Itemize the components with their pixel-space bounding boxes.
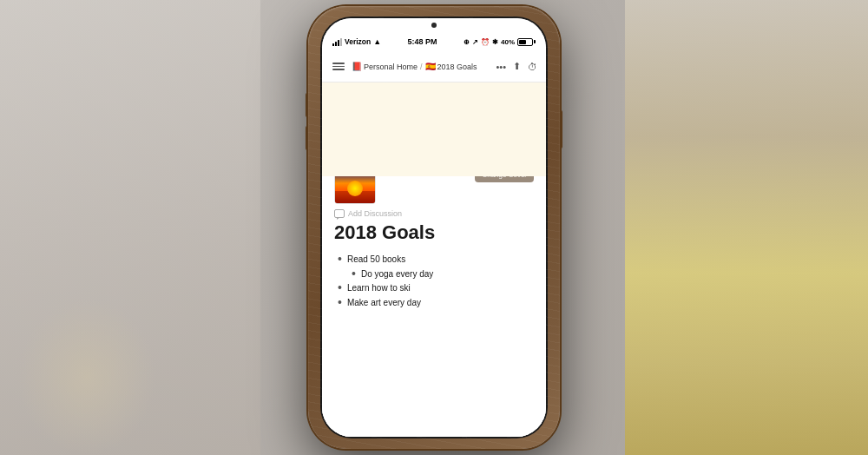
page-body: Change Cover Add Discussion 2018 Goals <box>322 176 546 437</box>
list-item: • Make art every day <box>338 296 534 309</box>
home-emoji: 📕 <box>352 62 362 71</box>
phone-bezel: Verizon ▲ 5:48 PM ⊕ ↗ ⏰ ✱ 40% <box>320 16 548 439</box>
bluetooth-icon: ✱ <box>492 38 498 46</box>
phone-frame: Verizon ▲ 5:48 PM ⊕ ↗ ⏰ ✱ 40% <box>308 6 560 449</box>
bullet: • <box>338 296 342 309</box>
breadcrumb-home-label: Personal Home <box>364 63 418 71</box>
page-title: 2018 Goals <box>334 221 534 244</box>
list-items: • Read 50 books • Do yoga every day • Le… <box>334 253 534 309</box>
breadcrumb-home[interactable]: 📕 Personal Home <box>352 62 418 71</box>
wifi-icon: ▲ <box>373 37 381 46</box>
bullet: • <box>338 281 342 294</box>
page-icon <box>334 176 376 204</box>
add-discussion-button[interactable]: Add Discussion <box>334 209 534 218</box>
nav-icons: ••• ⬆ ⏱ <box>496 61 537 72</box>
list-item-text: Do yoga every day <box>361 267 433 280</box>
camera-dot <box>431 23 437 28</box>
history-icon[interactable]: ⏱ <box>528 62 537 72</box>
content-area: Change Cover Add Discussion 2018 Goals <box>322 82 546 437</box>
more-icon[interactable]: ••• <box>496 62 506 72</box>
volume-down-button[interactable] <box>306 126 308 150</box>
nav-bar: 📕 Personal Home / 🇪🇸 2018 Goals ••• ⬆ ⏱ <box>322 51 546 82</box>
icon-sun <box>347 181 363 196</box>
bg-bottom-left <box>17 299 156 455</box>
status-right: ⊕ ↗ ⏰ ✱ 40% <box>464 38 536 46</box>
breadcrumb-current[interactable]: 🇪🇸 2018 Goals <box>425 62 477 71</box>
status-left: Verizon ▲ <box>332 37 381 46</box>
share-icon[interactable]: ⬆ <box>513 61 521 72</box>
cover-area <box>322 82 546 176</box>
breadcrumb-separator: / <box>420 63 423 71</box>
icon-row: Change Cover <box>334 176 534 204</box>
power-button[interactable] <box>560 110 562 148</box>
list-item-text: Make art every day <box>347 296 421 309</box>
status-bar: Verizon ▲ 5:48 PM ⊕ ↗ ⏰ ✱ 40% <box>322 32 546 51</box>
list-item: • Do yoga every day <box>338 267 534 280</box>
list-item: • Read 50 books <box>338 253 534 266</box>
current-emoji: 🇪🇸 <box>425 62 436 71</box>
bullet: • <box>352 267 356 280</box>
discussion-icon <box>334 209 345 218</box>
notch-area <box>322 18 546 32</box>
location-icon: ⊕ <box>464 38 470 46</box>
status-time: 5:48 PM <box>408 37 437 46</box>
battery-indicator <box>517 38 536 46</box>
list-item: • Learn how to ski <box>338 281 534 294</box>
carrier-name: Verizon <box>345 37 371 46</box>
scene-background: Verizon ▲ 5:48 PM ⊕ ↗ ⏰ ✱ 40% <box>0 0 868 455</box>
battery-percent: 40% <box>501 38 515 46</box>
volume-up-button[interactable] <box>306 93 308 117</box>
alarm-icon: ⏰ <box>481 38 490 46</box>
add-discussion-label: Add Discussion <box>348 209 402 218</box>
breadcrumb-current-label: 2018 Goals <box>437 63 477 71</box>
breadcrumb: 📕 Personal Home / 🇪🇸 2018 Goals <box>352 62 490 71</box>
list-item-text: Read 50 books <box>347 253 405 266</box>
phone-screen: Verizon ▲ 5:48 PM ⊕ ↗ ⏰ ✱ 40% <box>322 18 546 437</box>
change-cover-button[interactable]: Change Cover <box>475 176 534 182</box>
bullet: • <box>338 253 342 266</box>
arrow-icon: ↗ <box>472 38 478 46</box>
signal-bars <box>332 38 342 46</box>
list-item-text: Learn how to ski <box>347 281 411 294</box>
bg-right <box>625 0 868 455</box>
menu-button[interactable] <box>331 61 346 72</box>
